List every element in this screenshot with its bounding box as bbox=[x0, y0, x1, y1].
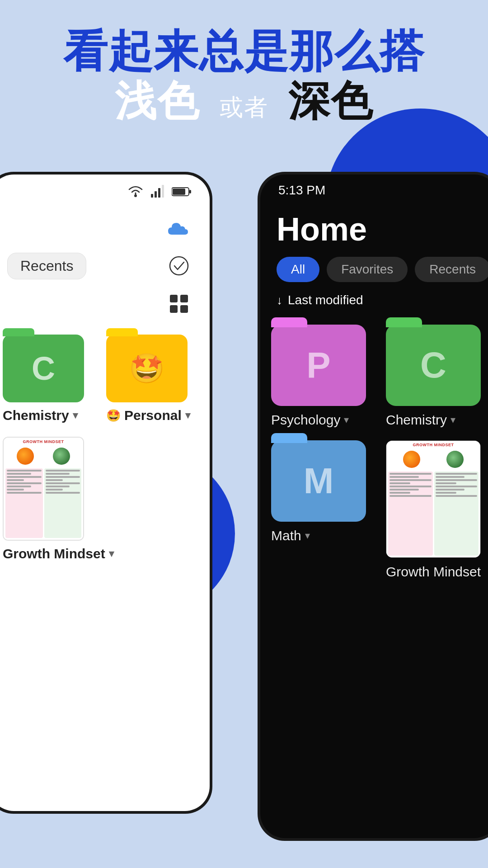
home-title: Home bbox=[260, 206, 488, 257]
chemistry-folder-label-left: Chemistry ▾ bbox=[3, 408, 78, 423]
phone-right-screen: 5:13 PM Home All Favorites Recents ↓ Las… bbox=[260, 175, 488, 838]
chevron-down-icon-6: ▾ bbox=[305, 530, 310, 542]
math-folder-icon: M bbox=[271, 440, 366, 522]
svg-rect-10 bbox=[180, 295, 188, 302]
psychology-folder-icon: P bbox=[271, 325, 366, 406]
svg-rect-3 bbox=[158, 188, 160, 198]
svg-rect-4 bbox=[162, 185, 164, 198]
chevron-down-icon-4: ▾ bbox=[344, 414, 349, 426]
chevron-down-icon-3: ▾ bbox=[109, 548, 114, 560]
connector-text: 或者 bbox=[212, 94, 276, 120]
tab-recents[interactable]: Recents bbox=[415, 257, 488, 282]
svg-rect-11 bbox=[170, 305, 178, 313]
grid-icon[interactable] bbox=[166, 291, 192, 316]
time-display: 5:13 PM bbox=[278, 183, 325, 198]
svg-rect-12 bbox=[180, 305, 188, 313]
svg-rect-7 bbox=[189, 190, 191, 193]
chemistry-folder-label-right: Chemistry ▾ bbox=[386, 412, 455, 428]
light-text: 浅色 bbox=[115, 78, 200, 124]
sort-row[interactable]: ↓ Last modified bbox=[260, 293, 488, 320]
status-bar-left bbox=[0, 175, 210, 211]
chemistry-folder-left[interactable]: C Chemistry ▾ bbox=[3, 335, 93, 423]
sort-label: Last modified bbox=[288, 293, 363, 307]
personal-folder-icon-left: 🤩 bbox=[106, 335, 188, 402]
psychology-folder-label: Psychology ▾ bbox=[271, 412, 349, 428]
chemistry-folder-icon-right: C bbox=[386, 325, 481, 406]
toolbar-right-icons bbox=[166, 215, 192, 316]
math-folder-label: Math ▾ bbox=[271, 528, 310, 543]
phone-left-screen: Recents bbox=[0, 175, 210, 811]
brain-green-icon-2 bbox=[446, 451, 464, 468]
recents-button[interactable]: Recents bbox=[7, 253, 86, 279]
growth-mindset-section-left: GROWTH MINDSET bbox=[0, 423, 210, 561]
chemistry-folder-right[interactable]: C Chemistry ▾ bbox=[386, 325, 488, 428]
growth-mindset-doc-left[interactable]: GROWTH MINDSET bbox=[3, 437, 196, 561]
status-bar-right: 5:13 PM bbox=[260, 175, 488, 206]
svg-point-0 bbox=[134, 194, 137, 197]
tab-all[interactable]: All bbox=[277, 257, 319, 282]
growth-mindset-thumbnail-left: GROWTH MINDSET bbox=[3, 437, 84, 541]
growth-mindset-doc-right[interactable]: GROWTH MINDSET bbox=[386, 440, 488, 580]
battery-icon bbox=[172, 186, 192, 200]
svg-rect-9 bbox=[170, 295, 178, 302]
chevron-down-icon-2: ▾ bbox=[185, 410, 190, 421]
chemistry-folder-icon-left: C bbox=[3, 335, 84, 402]
psychology-folder[interactable]: P Psychology ▾ bbox=[271, 325, 373, 428]
toolbar-left: Recents bbox=[0, 211, 210, 326]
cloud-icon[interactable] bbox=[166, 215, 192, 241]
phones-area: Recents bbox=[0, 172, 488, 868]
headline-line2: 浅色 或者 深色 bbox=[0, 76, 488, 126]
dark-folder-grid: P Psychology ▾ C Chemistry ▾ M bbox=[260, 320, 488, 584]
growth-mindset-label-right: Growth Mindset bbox=[386, 564, 481, 580]
status-icons-left bbox=[127, 185, 192, 201]
headline-area: 看起来总是那么搭 浅色 或者 深色 bbox=[0, 27, 488, 126]
phone-left: Recents bbox=[0, 172, 212, 814]
growth-mindset-label-left: Growth Mindset ▾ bbox=[3, 546, 114, 561]
filter-tabs: All Favorites Recents bbox=[260, 257, 488, 293]
checkmark-icon[interactable] bbox=[166, 253, 192, 278]
chevron-down-icon: ▾ bbox=[73, 410, 78, 421]
phone-right: 5:13 PM Home All Favorites Recents ↓ Las… bbox=[258, 172, 488, 841]
wifi-icon bbox=[127, 185, 144, 201]
personal-folder-label-left: 🤩 Personal ▾ bbox=[106, 408, 190, 423]
brain-orange-icon-2 bbox=[403, 451, 420, 468]
svg-rect-6 bbox=[173, 189, 185, 195]
signal-icon bbox=[151, 185, 164, 201]
growth-mindset-thumbnail-right: GROWTH MINDSET bbox=[386, 440, 481, 558]
chevron-down-icon-5: ▾ bbox=[450, 414, 455, 426]
tab-favorites[interactable]: Favorites bbox=[327, 257, 408, 282]
brain-orange-icon bbox=[17, 448, 34, 465]
svg-rect-2 bbox=[155, 191, 157, 198]
brain-green-icon bbox=[53, 448, 70, 465]
svg-point-8 bbox=[170, 257, 188, 275]
sort-down-arrow-icon: ↓ bbox=[277, 293, 282, 307]
left-folder-grid: C Chemistry ▾ 🤩 🤩 Personal ▾ bbox=[0, 326, 210, 423]
personal-folder-left[interactable]: 🤩 🤩 Personal ▾ bbox=[106, 335, 196, 423]
dark-text: 深色 bbox=[288, 78, 373, 124]
math-folder[interactable]: M Math ▾ bbox=[271, 440, 373, 580]
headline-line1: 看起来总是那么搭 bbox=[0, 27, 488, 76]
svg-rect-1 bbox=[151, 194, 153, 198]
